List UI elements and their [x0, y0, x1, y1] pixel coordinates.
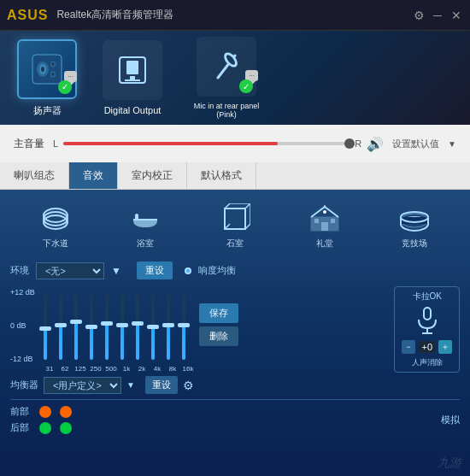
eq-thumb-62[interactable]: [55, 323, 67, 327]
effects-row: 下水道 浴室 石室: [10, 200, 460, 253]
rear-left-connector[interactable]: [39, 422, 51, 434]
freq-labels: 31621252505001k2k4k8k16k: [43, 365, 387, 373]
volume-track[interactable]: [63, 142, 350, 145]
front-left-connector[interactable]: [39, 406, 51, 418]
cancel-voice-label: 人声消除: [412, 357, 443, 368]
tab-default-format[interactable]: 默认格式: [187, 162, 256, 189]
eq-bar-col-125: [69, 288, 83, 363]
environment-select[interactable]: <无>: [36, 262, 104, 279]
db-minus12: -12 dB: [10, 355, 35, 363]
delete-button[interactable]: 删除: [199, 326, 238, 346]
digital-icon: [111, 49, 154, 91]
tab-audio-effects[interactable]: 音效: [69, 162, 118, 189]
karaoke-minus-button[interactable]: －: [402, 340, 415, 354]
eq-with-labels: +12 dB 0 dB -12 dB 保存 删除: [10, 286, 387, 363]
eq-bar-col-250: [85, 288, 98, 363]
freq-label-2k: 2k: [135, 365, 149, 373]
sewer-icon: [40, 203, 71, 234]
effect-sewer[interactable]: 下水道: [37, 200, 74, 253]
eq-config-icon[interactable]: ⚙: [183, 379, 194, 392]
volume-area: 主音量 L R 🔊 设置默认值 ▼: [0, 125, 470, 162]
bathroom-label: 浴室: [137, 238, 154, 250]
eq-thumb-8k[interactable]: [162, 323, 174, 327]
close-button[interactable]: ✕: [449, 9, 463, 22]
karaoke-panel: 卡拉OK － +0 ＋ 人声消除: [394, 286, 460, 373]
karaoke-label: 卡拉OK: [413, 291, 442, 303]
volume-fill: [63, 142, 278, 145]
device-speaker[interactable]: ··· ✓ 扬声器: [17, 39, 77, 117]
device-digital[interactable]: Digital Output: [103, 40, 162, 115]
freq-label-250: 250: [89, 365, 103, 373]
eq-bar-col-500: [100, 288, 114, 363]
arena-icon: [399, 203, 430, 234]
svg-line-22: [245, 203, 250, 209]
eq-bar-col-16k: [177, 288, 191, 363]
eq-bar-col-2k: [131, 288, 144, 363]
window-controls: ⚙ ─ ✕: [412, 9, 463, 22]
eq-bar-col-4k: [146, 288, 160, 363]
eq-karaoke-section: +12 dB 0 dB -12 dB 保存 删除 31621252505001k…: [10, 286, 460, 373]
volume-slider-wrap: L R 🔊: [53, 136, 384, 152]
svg-rect-10: [130, 76, 135, 79]
reset-button[interactable]: 重设: [137, 262, 173, 279]
minimize-button[interactable]: ─: [431, 9, 444, 22]
freq-label-500: 500: [104, 365, 118, 373]
eq-setup-button[interactable]: 重设: [145, 376, 178, 394]
effect-arena[interactable]: 竞技场: [396, 200, 433, 253]
freq-label-62: 62: [58, 365, 72, 373]
eq-thumb-250[interactable]: [85, 325, 97, 329]
volume-dropdown-arrow[interactable]: ▼: [448, 139, 456, 149]
default-button[interactable]: 设置默认值: [392, 138, 439, 150]
eq-thumb-31[interactable]: [39, 326, 51, 331]
svg-point-31: [323, 210, 326, 214]
tab-speaker-config[interactable]: 喇叭组态: [0, 162, 69, 189]
freq-label-16k: 16k: [181, 365, 195, 373]
eq-bar-col-62: [54, 288, 68, 363]
device-mic[interactable]: ··· ✓ Mic in at rear panel (Pink): [188, 37, 265, 119]
eq-radio[interactable]: [185, 267, 191, 274]
front-right-connector[interactable]: [60, 406, 72, 418]
eq-preset-label: 均衡器: [10, 379, 38, 391]
tabs-area: 喇叭组态 音效 室内校正 默认格式: [0, 162, 470, 190]
save-button[interactable]: 保存: [199, 303, 238, 323]
lr-section: 前部 后部: [10, 405, 72, 434]
freq-label-4k: 4k: [150, 365, 164, 373]
eq-thumb-125[interactable]: [70, 320, 82, 324]
mic-check: ✓: [239, 79, 253, 93]
eq-thumb-16k[interactable]: [178, 323, 190, 327]
effect-bathroom[interactable]: 浴室: [126, 200, 164, 253]
eq-preset-select[interactable]: <用户定义>: [44, 377, 121, 394]
environment-label: 环境: [10, 264, 29, 277]
settings-button[interactable]: ⚙: [412, 9, 426, 22]
device-area: ··· ✓ 扬声器 Digital Output ··· ✓ Mic: [0, 31, 470, 125]
freq-label-8k: 8k: [166, 365, 179, 373]
karaoke-icon: [414, 306, 440, 337]
eq-thumb-1k[interactable]: [116, 323, 128, 327]
bathroom-icon: [130, 203, 161, 234]
tab-room-correction[interactable]: 室内校正: [118, 162, 187, 189]
main-panel: 下水道 浴室 石室: [0, 190, 470, 476]
svg-rect-39: [424, 308, 431, 320]
volume-thumb[interactable]: [344, 138, 355, 149]
svg-point-16: [44, 212, 68, 226]
svg-rect-11: [125, 79, 140, 81]
svg-rect-9: [126, 61, 138, 74]
volume-title: 主音量: [14, 137, 44, 151]
digital-icon-wrap: [103, 40, 162, 100]
effect-stone-room[interactable]: 石室: [216, 200, 254, 253]
db-0: 0 dB: [10, 321, 35, 330]
eq-thumb-500[interactable]: [101, 321, 113, 326]
eq-thumb-2k[interactable]: [132, 321, 144, 326]
r-label: R: [355, 138, 361, 149]
front-label: 前部: [10, 405, 31, 418]
svg-point-7: [52, 73, 55, 76]
karaoke-controls: － +0 ＋: [402, 340, 452, 354]
db-plus12: +12 dB: [10, 288, 35, 297]
svg-point-5: [52, 62, 55, 66]
arena-label: 竞技场: [402, 238, 427, 250]
effect-hall[interactable]: 礼堂: [306, 200, 344, 253]
svg-rect-30: [331, 219, 335, 223]
eq-thumb-4k[interactable]: [147, 325, 159, 329]
karaoke-plus-button[interactable]: ＋: [438, 340, 452, 354]
rear-right-connector[interactable]: [60, 422, 72, 434]
